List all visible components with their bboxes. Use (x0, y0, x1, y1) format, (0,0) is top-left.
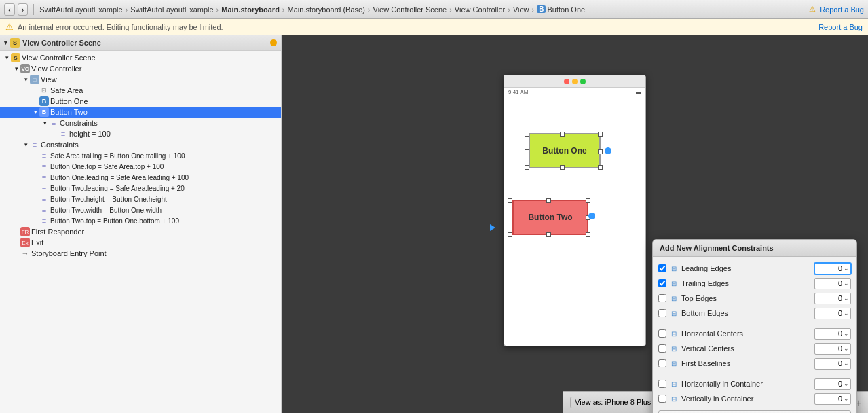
cp-row-hcenters: ⊟ Horizontal Centers ⌄ (658, 326, 851, 341)
nav-item-vc[interactable]: VC View Controller (0, 63, 281, 74)
vcenters-input-wrapper[interactable]: ⌄ (814, 343, 851, 355)
firstbaselines-input-wrapper[interactable]: ⌄ (814, 358, 851, 370)
hcenters-input[interactable] (816, 329, 842, 338)
trailing-input-wrapper[interactable]: ⌄ (814, 278, 851, 289)
cp-row-leading: ⊟ Leading Edges ⌄ (658, 261, 851, 276)
iphone-titlebar (504, 75, 645, 88)
nav-item-safe-area[interactable]: ⊡ Safe Area (0, 85, 281, 96)
nav-item-height[interactable]: ≡ height = 100 (0, 128, 281, 139)
time: 9:41 AM (508, 89, 528, 95)
vc-label: View Controller (31, 65, 81, 73)
top-input[interactable] (816, 294, 842, 302)
hcontainer-input-arrow[interactable]: ⌄ (842, 380, 849, 387)
vcontainer-input-arrow[interactable]: ⌄ (842, 395, 849, 402)
hcontainer-input[interactable] (816, 380, 842, 388)
nav-item-c7[interactable]: ≡ Button Two.top = Button One.bottom + 1… (0, 215, 281, 226)
vcontainer-input-wrapper[interactable]: ⌄ (814, 393, 851, 405)
nav-item-c1[interactable]: ≡ Safe Area.trailing = Button One.traili… (0, 150, 281, 161)
firstbaselines-icon: ⊟ (669, 359, 679, 368)
nav-item-constraints-btn-two[interactable]: ≡ Constraints (0, 118, 281, 128)
nav-item-btn-one[interactable]: B Button One (0, 96, 281, 107)
vcontainer-input[interactable] (816, 395, 842, 403)
vcontainer-checkbox[interactable] (658, 395, 666, 403)
tri-constraints-view[interactable] (22, 141, 30, 148)
hcenters-input-wrapper[interactable]: ⌄ (814, 328, 851, 340)
button-one[interactable]: Button One (529, 133, 601, 168)
tri-view[interactable] (22, 76, 30, 83)
cp-row-bottom: ⊟ Bottom Edges ⌄ (658, 306, 851, 321)
nav-item-vc-scene[interactable]: S View Controller Scene (0, 52, 281, 63)
bc-7[interactable]: View (513, 5, 529, 14)
vcenters-checkbox[interactable] (658, 344, 666, 353)
c2-label: Button One.top = Safe Area.top + 100 (50, 163, 164, 170)
collapse-icon[interactable]: ▾ (4, 39, 7, 46)
leading-input[interactable] (816, 264, 842, 272)
nav-item-first-responder[interactable]: FR First Responder (0, 226, 281, 237)
nav-item-c4[interactable]: ≡ Button Two.leading = Safe Area.leading… (0, 183, 281, 194)
vcenters-input-arrow[interactable]: ⌄ (842, 345, 849, 352)
button-two[interactable]: Button Two (512, 200, 588, 235)
bc-5[interactable]: View Controller Scene (373, 5, 447, 14)
nav-item-exit[interactable]: Ex Exit (0, 237, 281, 248)
c7-icon: ≡ (39, 216, 49, 226)
dot-yellow (572, 79, 578, 84)
bottom-input-arrow[interactable]: ⌄ (842, 310, 849, 317)
nav-item-c2[interactable]: ≡ Button One.top = Safe Area.top + 100 (0, 161, 281, 172)
nav-item-entry[interactable]: → Storyboard Entry Point (0, 248, 281, 259)
nav-item-constraints-view[interactable]: ≡ Constraints (0, 139, 281, 150)
c4-label: Button Two.leading = Safe Area.leading +… (50, 185, 185, 192)
warning-text: An internal error occurred. Editing func… (18, 23, 223, 31)
top-input-wrapper[interactable]: ⌄ (814, 293, 851, 304)
leading-input-wrapper[interactable]: ⌄ (814, 263, 851, 274)
handle2-tr (586, 198, 590, 203)
status-bar: 9:41 AM ▬ (504, 88, 645, 96)
hcontainer-checkbox[interactable] (658, 380, 666, 388)
nav-item-c6[interactable]: ≡ Button Two.width = Button One.width (0, 204, 281, 215)
hcenters-input-arrow[interactable]: ⌄ (842, 330, 849, 337)
top-input-arrow[interactable]: ⌄ (842, 295, 849, 302)
nav-item-btn-two[interactable]: B Button Two (0, 107, 281, 118)
vcenters-input[interactable] (816, 344, 842, 353)
bc-2[interactable]: SwiftAutoLayoutExample (130, 5, 213, 14)
bc-4[interactable]: Main.storyboard (Base) (288, 5, 365, 14)
nav-item-c3[interactable]: ≡ Button One.leading = Safe Area.leading… (0, 172, 281, 183)
trailing-input-arrow[interactable]: ⌄ (842, 280, 849, 287)
bottom-input-wrapper[interactable]: ⌄ (814, 308, 851, 319)
cp-body: ⊟ Leading Edges ⌄ ⊟ Trailing Edges ⌄ (653, 257, 856, 413)
firstbaselines-input-arrow[interactable]: ⌄ (842, 360, 849, 367)
bc-3[interactable]: Main.storyboard (221, 5, 280, 14)
firstbaselines-input[interactable] (816, 359, 842, 367)
hcenters-label: Horizontal Centers (681, 329, 812, 338)
first-responder-icon: FR (20, 227, 30, 236)
handle-mr (598, 149, 603, 154)
tri-vc[interactable] (12, 65, 20, 72)
c2-icon: ≡ (39, 162, 49, 171)
leading-checkbox[interactable] (658, 264, 666, 272)
top-checkbox[interactable] (658, 294, 666, 302)
tri-vc-scene[interactable] (3, 54, 11, 61)
bottom-checkbox[interactable] (658, 309, 666, 317)
trailing-input[interactable] (816, 279, 842, 287)
nav-header: ▾ S View Controller Scene (0, 35, 281, 51)
c5-label: Button Two.height = Button One.height (50, 196, 167, 203)
trailing-checkbox[interactable] (658, 279, 666, 287)
leading-input-arrow[interactable]: ⌄ (842, 265, 849, 272)
tri-constraints-btn-two[interactable] (41, 120, 49, 126)
handle-bl (525, 165, 529, 170)
firstbaselines-checkbox[interactable] (658, 359, 666, 367)
report-link[interactable]: Report a Bug (818, 23, 863, 31)
hcontainer-input-wrapper[interactable]: ⌄ (814, 378, 851, 390)
add-constraints-button[interactable]: Add 2 Constraints (658, 410, 851, 413)
nav-prev-button[interactable]: ‹ (4, 3, 15, 16)
nav-item-c5[interactable]: ≡ Button Two.height = Button One.height (0, 194, 281, 204)
nav-item-view[interactable]: □ View (0, 74, 281, 85)
bc-1[interactable]: SwiftAutoLayoutExample (39, 5, 122, 14)
c1-label: Safe Area.trailing = Button One.trailing… (50, 152, 185, 160)
report-bug-link[interactable]: Report a Bug (820, 5, 864, 14)
bc-6[interactable]: View Controller (455, 5, 505, 14)
height-label: height = 100 (69, 130, 111, 138)
tri-btn-two[interactable] (31, 109, 39, 115)
hcenters-checkbox[interactable] (658, 329, 666, 338)
bottom-input[interactable] (816, 309, 842, 317)
nav-next-button[interactable]: › (18, 3, 29, 16)
